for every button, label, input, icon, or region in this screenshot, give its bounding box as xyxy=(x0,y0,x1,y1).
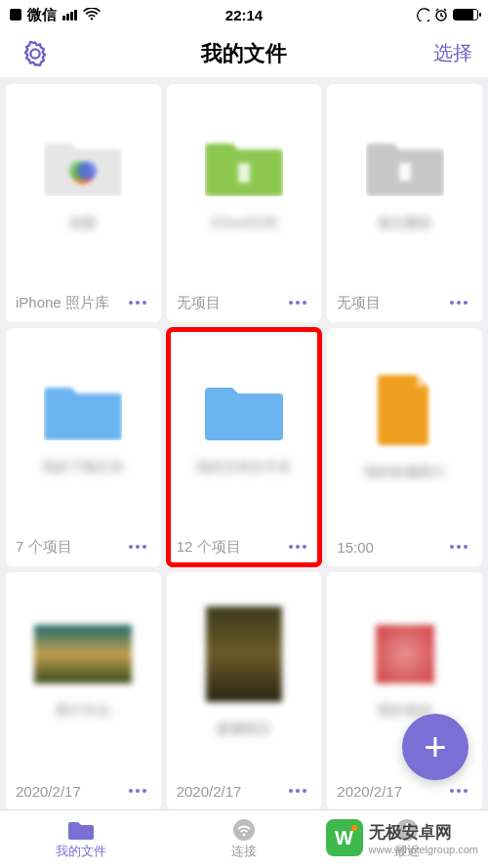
blue-folder-icon xyxy=(205,380,283,440)
file-item-name: 我的文档文件夹 xyxy=(196,458,292,475)
file-item-photo-library[interactable]: 相册 iPhone 照片库 xyxy=(6,84,161,322)
tab-label: 我的文件 xyxy=(56,843,106,860)
file-item-name: 蒙娜丽莎 xyxy=(217,720,271,737)
file-item-icloud[interactable]: iCloud文档 无项目 xyxy=(167,84,322,322)
file-item-folder-1[interactable]: 我的下载目录 7 个项目 xyxy=(6,328,161,566)
battery-icon xyxy=(453,9,478,21)
folder-icon xyxy=(68,820,94,840)
file-item-image-2[interactable]: 蒙娜丽莎 2020/2/17 xyxy=(167,572,322,810)
file-item-footer: 无项目 xyxy=(177,294,221,312)
watermark-logo-icon: W xyxy=(326,819,363,856)
file-item-footer: 2020/2/17 xyxy=(337,783,402,800)
status-right xyxy=(416,8,478,21)
file-item-name: 最近删除 xyxy=(378,214,432,231)
nav-bar: 我的文件 选择 xyxy=(0,29,488,78)
more-button[interactable] xyxy=(124,781,151,801)
status-app-name: 微信 xyxy=(27,6,57,24)
watermark: W 无极安卓网 www.wjhotelgroup.com xyxy=(326,819,479,856)
file-item-footer: 2020/2/17 xyxy=(177,783,242,800)
file-item-name: 相册 xyxy=(69,214,97,231)
wifi-circle-icon xyxy=(232,818,256,842)
more-button[interactable] xyxy=(284,537,311,557)
svg-rect-4 xyxy=(238,163,250,183)
file-item-orange-file[interactable]: 我的收藏图片 15:00 xyxy=(327,328,482,566)
blue-folder-icon xyxy=(44,380,122,440)
status-bar: 微信 22:14 xyxy=(0,0,488,29)
status-left: 微信 xyxy=(10,6,101,24)
file-grid: 相册 iPhone 照片库 iCloud文档 无项目 最近删除 无项目 我的下载… xyxy=(0,78,488,816)
wifi-icon xyxy=(83,8,101,21)
file-item-trash[interactable]: 最近删除 无项目 xyxy=(327,84,482,322)
page-title: 我的文件 xyxy=(201,39,287,68)
watermark-url: www.wjhotelgroup.com xyxy=(369,844,479,855)
file-item-footer: 无项目 xyxy=(337,294,381,312)
gray-folder-icon xyxy=(366,136,444,196)
more-button[interactable] xyxy=(445,537,472,557)
svg-rect-5 xyxy=(399,163,411,181)
gear-icon[interactable] xyxy=(21,40,49,67)
more-button[interactable] xyxy=(284,781,311,801)
file-item-footer: 12 个项目 xyxy=(177,538,241,557)
image-thumbnail xyxy=(34,625,132,683)
green-folder-icon xyxy=(205,136,283,196)
alarm-icon xyxy=(434,8,448,21)
plus-icon: + xyxy=(424,727,446,766)
file-item-name: 图片作品 xyxy=(56,701,110,719)
tab-my-files[interactable]: 我的文件 xyxy=(0,810,163,868)
add-button[interactable]: + xyxy=(402,714,468,780)
more-button[interactable] xyxy=(284,293,311,312)
file-item-folder-highlighted[interactable]: 我的文档文件夹 12 个项目 xyxy=(167,328,322,566)
file-item-name: 我的收藏图片 xyxy=(364,463,446,480)
image-thumbnail xyxy=(206,606,282,702)
signal-icon xyxy=(62,10,77,21)
file-item-footer: 7 个项目 xyxy=(16,538,72,557)
more-button[interactable] xyxy=(124,293,151,312)
svg-point-7 xyxy=(243,833,246,836)
file-item-name: 我的下载目录 xyxy=(42,458,124,475)
back-to-app-icon[interactable] xyxy=(10,9,21,21)
file-item-image-3[interactable]: 图标素材 2020/2/17 xyxy=(327,572,482,810)
file-item-image-1[interactable]: 图片作品 2020/2/17 xyxy=(6,572,161,810)
file-item-name: iCloud文档 xyxy=(211,214,277,231)
file-item-footer: 2020/2/17 xyxy=(16,783,81,800)
tab-label: 连接 xyxy=(231,843,257,860)
more-button[interactable] xyxy=(445,781,472,801)
file-item-footer: iPhone 照片库 xyxy=(16,294,109,312)
orange-file-icon xyxy=(378,375,432,445)
tab-connect[interactable]: 连接 xyxy=(163,810,326,868)
more-button[interactable] xyxy=(445,293,472,312)
image-thumbnail xyxy=(376,625,434,683)
select-button[interactable]: 选择 xyxy=(433,40,472,66)
more-button[interactable] xyxy=(124,537,151,557)
file-item-footer: 15:00 xyxy=(337,539,374,556)
watermark-text: 无极安卓网 xyxy=(369,821,479,844)
svg-point-3 xyxy=(77,161,97,181)
gallery-folder-icon xyxy=(44,136,122,196)
status-time: 22:14 xyxy=(225,7,263,23)
moon-icon xyxy=(416,8,429,21)
